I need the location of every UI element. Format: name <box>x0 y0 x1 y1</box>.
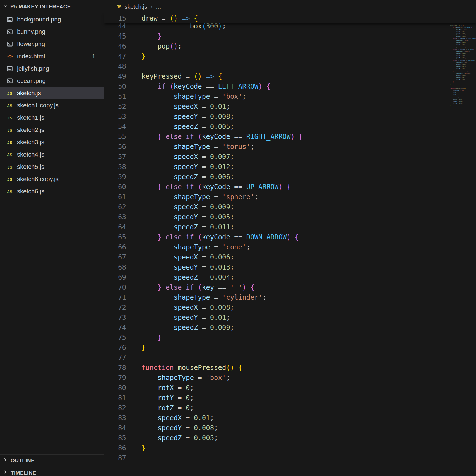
sidebar-item-sketch4-js[interactable]: JSsketch4.js <box>0 148 104 161</box>
line-number[interactable]: 76 <box>104 343 141 353</box>
timeline-section-header[interactable]: TIMELINE <box>0 467 104 476</box>
line-number[interactable]: 74 <box>104 323 141 333</box>
line-number[interactable]: 79 <box>104 373 141 383</box>
line-number[interactable]: 55 <box>104 132 141 142</box>
code-text[interactable] <box>141 353 476 363</box>
code-text[interactable]: keyPressed = () => { <box>141 71 476 81</box>
sidebar-item-sketch1-js[interactable]: JSsketch1.js <box>0 112 104 124</box>
line-number[interactable]: 51 <box>104 92 141 102</box>
code-text[interactable]: shapeType = 'sphere'; <box>141 192 476 202</box>
code-text[interactable]: rotZ = 0; <box>141 403 476 413</box>
code-text[interactable]: speedZ = 0.011; <box>141 222 476 232</box>
code-line-47[interactable]: 47} <box>104 51 476 61</box>
line-number[interactable]: 57 <box>104 152 141 162</box>
line-number[interactable]: 67 <box>104 252 141 262</box>
line-number[interactable]: 84 <box>104 423 141 433</box>
minimap[interactable]: box(300); } pop();} keyPressed = () => {… <box>450 13 476 131</box>
code-line-81[interactable]: 81 rotY = 0; <box>104 393 476 403</box>
line-number[interactable]: 69 <box>104 272 141 282</box>
code-text[interactable]: } <box>141 31 476 41</box>
code-text[interactable]: } else if (key == ' ') { <box>141 282 476 292</box>
line-number[interactable]: 77 <box>104 353 141 363</box>
code-line-55[interactable]: 55 } else if (keyCode == RIGHT_ARROW) { <box>104 132 476 142</box>
code-text[interactable] <box>141 453 476 463</box>
code-text[interactable]: shapeType = 'cylinder'; <box>141 292 476 302</box>
line-number[interactable]: 68 <box>104 262 141 272</box>
code-text[interactable]: speedY = 0.008; <box>141 423 476 433</box>
code-text[interactable]: } <box>141 333 476 343</box>
line-number[interactable]: 50 <box>104 81 141 92</box>
code-line-45[interactable]: 45 } <box>104 31 476 41</box>
code-text[interactable]: } else if (keyCode == RIGHT_ARROW) { <box>141 132 476 142</box>
code-text[interactable]: speedY = 0.005; <box>141 212 476 222</box>
code-text[interactable]: } <box>141 343 476 353</box>
line-number[interactable]: 46 <box>104 41 141 51</box>
line-number[interactable]: 71 <box>104 292 141 302</box>
outline-section-header[interactable]: OUTLINE <box>0 454 104 467</box>
code-line-70[interactable]: 70 } else if (key == ' ') { <box>104 282 476 292</box>
code-text[interactable]: rotY = 0; <box>141 393 476 403</box>
sidebar-item-bunny-png[interactable]: bunny.png <box>0 26 104 38</box>
code-text[interactable]: speedY = 0.008; <box>141 112 476 122</box>
code-line-86[interactable]: 86} <box>104 443 476 453</box>
code-line-69[interactable]: 69 speedZ = 0.004; <box>104 272 476 282</box>
line-number[interactable]: 75 <box>104 333 141 343</box>
sidebar-item-sketch3-js[interactable]: JSsketch3.js <box>0 136 104 148</box>
code-line-52[interactable]: 52 speedX = 0.01; <box>104 102 476 112</box>
code-text[interactable]: function mousePressed() { <box>141 363 476 373</box>
code-line-67[interactable]: 67 speedX = 0.006; <box>104 252 476 262</box>
line-number[interactable]: 53 <box>104 112 141 122</box>
sidebar-item-jellyfish-png[interactable]: jellyfish.png <box>0 62 104 75</box>
code-text[interactable]: speedZ = 0.005; <box>141 122 476 132</box>
code-line-56[interactable]: 56 shapeType = 'torus'; <box>104 142 476 152</box>
line-number[interactable]: 52 <box>104 102 141 112</box>
code-line-76[interactable]: 76} <box>104 343 476 353</box>
code-line-53[interactable]: 53 speedY = 0.008; <box>104 112 476 122</box>
code-text[interactable]: speedY = 0.013; <box>141 262 476 272</box>
line-number[interactable]: 47 <box>104 51 141 61</box>
code-line-60[interactable]: 60 } else if (keyCode == UP_ARROW) { <box>104 182 476 192</box>
line-number[interactable]: 64 <box>104 222 141 232</box>
code-line-77[interactable]: 77 <box>104 353 476 363</box>
code-line-75[interactable]: 75 } <box>104 333 476 343</box>
line-number[interactable]: 45 <box>104 31 141 41</box>
code-line-74[interactable]: 74 speedZ = 0.009; <box>104 323 476 333</box>
code-line-83[interactable]: 83 speedX = 0.01; <box>104 413 476 423</box>
line-number[interactable]: 58 <box>104 162 141 172</box>
code-text[interactable]: speedX = 0.008; <box>141 302 476 312</box>
code-text[interactable]: speedY = 0.012; <box>141 162 476 172</box>
line-number[interactable]: 61 <box>104 192 141 202</box>
code-text[interactable]: shapeType = 'torus'; <box>141 142 476 152</box>
line-number[interactable]: 85 <box>104 433 141 443</box>
code-line-46[interactable]: 46 pop(); <box>104 41 476 51</box>
code-line-73[interactable]: 73 speedY = 0.01; <box>104 312 476 323</box>
code-line-51[interactable]: 51 shapeType = 'box'; <box>104 92 476 102</box>
code-line-79[interactable]: 79 shapeType = 'box'; <box>104 373 476 383</box>
line-number[interactable]: 65 <box>104 232 141 242</box>
line-number[interactable]: 66 <box>104 242 141 252</box>
line-number[interactable]: 70 <box>104 282 141 292</box>
code-text[interactable]: speedZ = 0.006; <box>141 172 476 182</box>
code-line-48[interactable]: 48 <box>104 61 476 71</box>
code-line-84[interactable]: 84 speedY = 0.008; <box>104 423 476 433</box>
code-text[interactable]: } <box>141 51 476 61</box>
code-text[interactable]: } <box>141 443 476 453</box>
code-line-64[interactable]: 64 speedZ = 0.011; <box>104 222 476 232</box>
code-text[interactable]: speedX = 0.01; <box>141 102 476 112</box>
code-text[interactable]: shapeType = 'cone'; <box>141 242 476 252</box>
code-line-87[interactable]: 87 <box>104 453 476 463</box>
sidebar-item-ocean-png[interactable]: ocean.png <box>0 75 104 87</box>
sidebar-item-flower-png[interactable]: flower.png <box>0 38 104 50</box>
code-line-58[interactable]: 58 speedY = 0.012; <box>104 162 476 172</box>
code-text[interactable] <box>141 61 476 71</box>
code-line-72[interactable]: 72 speedX = 0.008; <box>104 302 476 312</box>
sidebar-item-background-png[interactable]: background.png <box>0 13 104 26</box>
sidebar-item-sketch2-js[interactable]: JSsketch2.js <box>0 124 104 136</box>
code-text[interactable]: shapeType = 'box'; <box>141 373 476 383</box>
sidebar-item-sketch-js[interactable]: JSsketch.js <box>0 87 104 99</box>
code-text[interactable]: shapeType = 'box'; <box>141 92 476 102</box>
code-text[interactable]: speedZ = 0.009; <box>141 323 476 333</box>
line-number[interactable]: 48 <box>104 61 141 71</box>
code-line-59[interactable]: 59 speedZ = 0.006; <box>104 172 476 182</box>
code-line-80[interactable]: 80 rotX = 0; <box>104 383 476 393</box>
